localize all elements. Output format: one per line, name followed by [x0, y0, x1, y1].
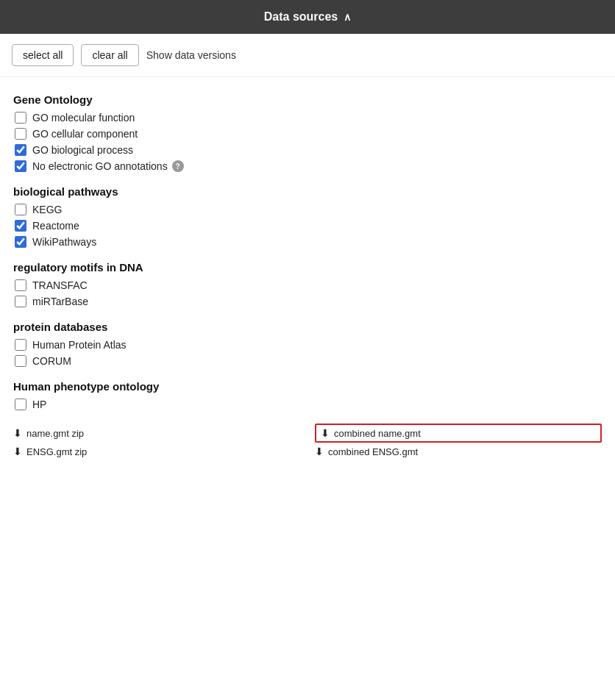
checkbox-item-hp: HP: [13, 399, 602, 410]
checkbox-go-biological-process[interactable]: [15, 144, 26, 156]
checkbox-item-no-electronic-go: No electronic GO annotations?: [13, 160, 602, 172]
checkbox-item-go-biological-process: GO biological process: [13, 144, 602, 156]
label-mirtarbase[interactable]: miRTarBase: [32, 296, 88, 307]
download-link-combined-ensg-gmt[interactable]: ⬇combined ENSG.gmt: [315, 446, 602, 457]
label-go-biological-process[interactable]: GO biological process: [32, 144, 133, 156]
checkbox-go-cellular-component[interactable]: [15, 128, 26, 140]
label-human-protein-atlas[interactable]: Human Protein Atlas: [32, 339, 127, 351]
help-icon[interactable]: ?: [172, 160, 184, 172]
section-biological-pathways: biological pathwaysKEGGReactomeWikiPathw…: [13, 185, 602, 248]
checkbox-item-wikipathways: WikiPathways: [13, 236, 602, 248]
download-label: name.gmt zip: [26, 428, 84, 439]
select-all-button[interactable]: select all: [12, 44, 74, 66]
download-link-combined-name-gmt[interactable]: ⬇combined name.gmt: [315, 424, 602, 443]
checkbox-mirtarbase[interactable]: [15, 296, 26, 307]
label-go-molecular-function[interactable]: GO molecular function: [32, 112, 135, 124]
checkbox-no-electronic-go[interactable]: [15, 160, 26, 172]
checkbox-item-reactome: Reactome: [13, 220, 602, 232]
label-wikipathways[interactable]: WikiPathways: [32, 236, 96, 248]
download-icon: ⬇: [13, 446, 22, 457]
checkbox-item-go-molecular-function: GO molecular function: [13, 112, 602, 124]
checkbox-go-molecular-function[interactable]: [15, 112, 26, 124]
label-corum[interactable]: CORUM: [32, 355, 71, 367]
section-protein-databases: protein databasesHuman Protein AtlasCORU…: [13, 321, 602, 367]
section-regulatory-motifs: regulatory motifs in DNATRANSFACmiRTarBa…: [13, 261, 602, 307]
clear-all-button[interactable]: clear all: [81, 44, 138, 66]
label-no-electronic-go[interactable]: No electronic GO annotations?: [32, 160, 184, 172]
download-link-name-gmt-zip[interactable]: ⬇name.gmt zip: [13, 424, 300, 443]
label-go-cellular-component[interactable]: GO cellular component: [32, 128, 138, 140]
checkbox-hp[interactable]: [15, 399, 26, 410]
checkbox-item-go-cellular-component: GO cellular component: [13, 128, 602, 140]
section-title-gene-ontology: Gene Ontology: [13, 93, 602, 106]
download-label: combined name.gmt: [334, 428, 421, 439]
checkbox-item-mirtarbase: miRTarBase: [13, 296, 602, 307]
header-title: Data sources: [264, 10, 338, 24]
checkbox-corum[interactable]: [15, 355, 26, 367]
checkbox-transfac[interactable]: [15, 279, 26, 291]
section-gene-ontology: Gene OntologyGO molecular functionGO cel…: [13, 93, 602, 172]
download-icon: ⬇: [13, 427, 22, 439]
show-data-versions-button[interactable]: Show data versions: [146, 49, 236, 61]
label-reactome[interactable]: Reactome: [32, 220, 79, 232]
section-title-regulatory-motifs: regulatory motifs in DNA: [13, 261, 602, 274]
chevron-up-icon: ∧: [344, 11, 351, 23]
checkbox-item-kegg: KEGG: [13, 204, 602, 215]
section-title-protein-databases: protein databases: [13, 321, 602, 333]
checkbox-wikipathways[interactable]: [15, 236, 26, 248]
label-transfac[interactable]: TRANSFAC: [32, 279, 88, 291]
checkbox-kegg[interactable]: [15, 204, 26, 215]
checkbox-item-corum: CORUM: [13, 355, 602, 367]
section-title-biological-pathways: biological pathways: [13, 185, 602, 198]
section-title-human-phenotype-ontology: Human phenotype ontology: [13, 380, 602, 393]
content-area: Gene OntologyGO molecular functionGO cel…: [0, 77, 615, 472]
checkbox-item-transfac: TRANSFAC: [13, 279, 602, 291]
label-kegg[interactable]: KEGG: [32, 204, 62, 215]
download-icon: ⬇: [315, 446, 324, 457]
toolbar: select all clear all Show data versions: [0, 34, 615, 77]
download-label: combined ENSG.gmt: [328, 446, 418, 457]
download-label: ENSG.gmt zip: [26, 446, 87, 457]
checkbox-human-protein-atlas[interactable]: [15, 339, 26, 351]
download-icon: ⬇: [321, 427, 330, 439]
downloads-section: ⬇name.gmt zip⬇combined name.gmt⬇ENSG.gmt…: [13, 424, 602, 457]
checkbox-item-human-protein-atlas: Human Protein Atlas: [13, 339, 602, 351]
label-hp[interactable]: HP: [32, 399, 46, 410]
download-link-ensg-gmt-zip[interactable]: ⬇ENSG.gmt zip: [13, 446, 300, 457]
section-human-phenotype-ontology: Human phenotype ontologyHP: [13, 380, 602, 410]
checkbox-reactome[interactable]: [15, 220, 26, 232]
data-sources-header[interactable]: Data sources ∧: [0, 0, 615, 34]
